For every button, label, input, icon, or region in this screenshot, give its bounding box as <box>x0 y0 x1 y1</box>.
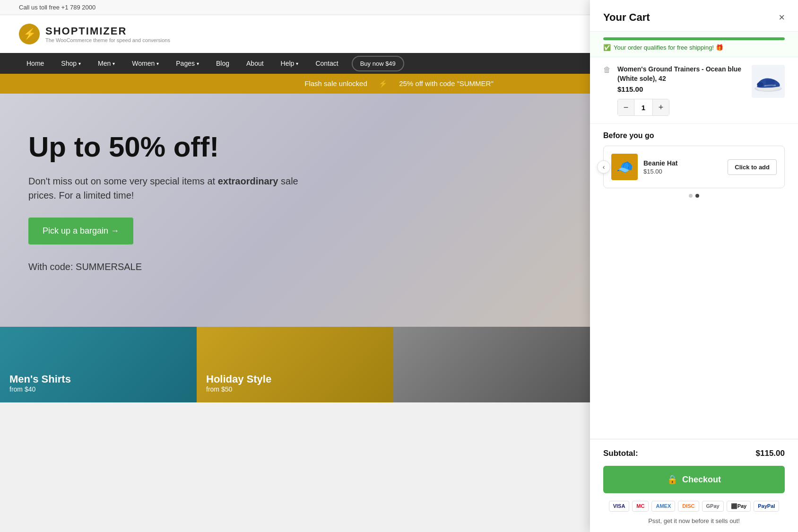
upsell-name: Beanie Hat <box>643 159 722 167</box>
qty-controls: − + <box>617 99 669 116</box>
item-name: Women's Ground Trainers - Ocean blue (Wh… <box>617 65 745 83</box>
delete-item-icon[interactable]: 🗑 <box>603 66 611 74</box>
hero-content: Up to 50% off! Don't miss out on some ve… <box>28 131 312 274</box>
qty-input[interactable] <box>634 99 653 115</box>
chevron-down-icon: ▾ <box>197 61 199 66</box>
nav-women[interactable]: Women▾ <box>124 53 166 74</box>
nav-home[interactable]: Home <box>19 53 52 74</box>
shipping-message: ✅ Your order qualifies for free shipping… <box>603 44 785 51</box>
item-thumbnail <box>752 65 785 98</box>
nav-blog[interactable]: Blog <box>208 53 237 74</box>
upsell-price: $15.00 <box>643 168 722 175</box>
before-you-go: Before you go ‹ 🧢 Beanie Hat $15.00 Clic… <box>590 123 798 205</box>
topbar-left: Call us toll free +1 789 2000 <box>19 4 95 11</box>
shipping-bar-wrap: ✅ Your order qualifies for free shipping… <box>590 32 798 57</box>
main-content: Up to 50% off! Don't miss out on some ve… <box>0 94 590 402</box>
flash-divider: ⚡ <box>379 79 388 87</box>
qty-decrease-button[interactable]: − <box>618 99 634 115</box>
logo-text: SHOPTIMIZER The WooCommerce theme for sp… <box>45 25 170 43</box>
carousel-dot-1[interactable] <box>689 194 693 198</box>
cat-title-mens: Men's Shirts <box>9 373 187 385</box>
category-holiday[interactable]: Holiday Style from $50 <box>197 327 393 402</box>
cat-content-mens: Men's Shirts from $40 <box>0 364 197 402</box>
buy-now-button[interactable]: Buy now $49 <box>352 56 404 71</box>
hero-section: Up to 50% off! Don't miss out on some ve… <box>0 94 590 327</box>
cat-from-mens: from $40 <box>9 385 187 393</box>
logo-icon: ⚡ <box>19 24 40 44</box>
nav-pages[interactable]: Pages▾ <box>168 53 207 74</box>
nav-men[interactable]: Men▾ <box>90 53 122 74</box>
carousel-dots <box>603 194 785 198</box>
logo-name: SHOPTIMIZER <box>45 25 170 37</box>
logo-tagline: The WooCommerce theme for speed and conv… <box>45 37 170 43</box>
upsell-thumbnail: 🧢 <box>611 154 638 180</box>
hero-headline: Up to 50% off! <box>28 131 312 163</box>
cart-title: Your Cart <box>603 11 650 24</box>
hero-subtext: Don't miss out on some very special item… <box>28 174 312 202</box>
cart-items: 🗑 Women's Ground Trainers - Ocean blue (… <box>590 57 798 123</box>
nav-help[interactable]: Help▾ <box>273 53 306 74</box>
shipping-progress-bar <box>603 37 785 40</box>
category-row: Men's Shirts from $40 Holiday Style from… <box>0 327 590 402</box>
cart-header: Your Cart × <box>590 0 798 32</box>
click-to-add-button[interactable]: Click to add <box>728 159 777 175</box>
svg-point-1 <box>757 82 763 87</box>
chevron-down-icon: ▾ <box>113 61 115 66</box>
before-go-title: Before you go <box>603 131 785 140</box>
hero-cta-button[interactable]: Pick up a bargain → <box>28 218 133 244</box>
carousel-dot-2[interactable] <box>695 194 699 198</box>
category-mens-shirts[interactable]: Men's Shirts from $40 <box>0 327 197 402</box>
cat-content-extra <box>393 384 590 402</box>
upsell-prev-button[interactable]: ‹ <box>597 160 610 174</box>
logo-area: ⚡ SHOPTIMIZER The WooCommerce theme for … <box>19 24 170 44</box>
qty-increase-button[interactable]: + <box>653 99 669 115</box>
chevron-down-icon: ▾ <box>156 61 159 66</box>
category-extra[interactable] <box>393 327 590 402</box>
shoe-image <box>752 65 784 97</box>
cart-panel: Your Cart × ✅ Your order qualifies for f… <box>590 0 798 402</box>
upsell-info: Beanie Hat $15.00 <box>643 159 722 175</box>
svg-rect-2 <box>766 80 775 86</box>
chevron-down-icon: ▾ <box>296 61 298 66</box>
item-price: $115.00 <box>617 85 745 93</box>
cat-title-holiday: Holiday Style <box>206 373 384 385</box>
item-info: Women's Ground Trainers - Ocean blue (Wh… <box>617 65 745 116</box>
nav-contact[interactable]: Contact <box>308 53 346 74</box>
cart-close-button[interactable]: × <box>779 12 785 23</box>
cat-from-holiday: from $50 <box>206 385 384 393</box>
hero-code: With code: SUMMERSALE <box>28 260 312 274</box>
flash-text1: Flash sale unlocked <box>304 79 367 87</box>
nav-shop[interactable]: Shop▾ <box>53 53 88 74</box>
flash-text2: 25% off with code "SUMMER" <box>399 79 494 87</box>
cat-content-holiday: Holiday Style from $50 <box>197 364 393 402</box>
shipping-progress-fill <box>603 37 785 40</box>
check-circle-icon: ✅ <box>603 44 611 51</box>
cart-spacer <box>590 205 798 402</box>
chevron-down-icon: ▾ <box>78 61 81 66</box>
nav-about[interactable]: About <box>239 53 271 74</box>
upsell-card: ‹ 🧢 Beanie Hat $15.00 Click to add <box>603 146 785 188</box>
cart-item: 🗑 Women's Ground Trainers - Ocean blue (… <box>603 65 785 116</box>
